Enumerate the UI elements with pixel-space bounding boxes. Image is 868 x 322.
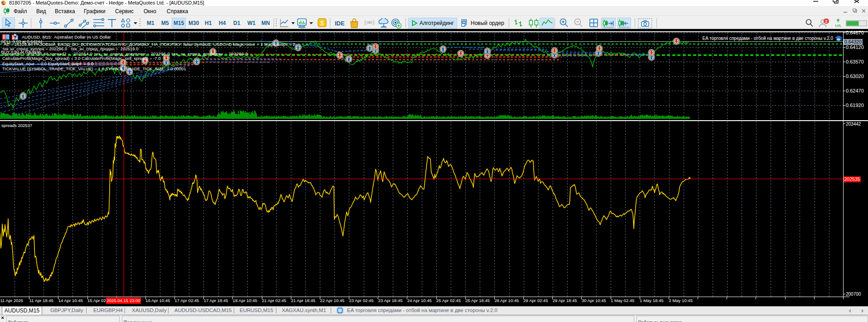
svg-text:$: $: [320, 20, 324, 27]
svg-text:LVL: LVL: [835, 24, 842, 28]
svg-text:2: 2: [825, 19, 827, 24]
